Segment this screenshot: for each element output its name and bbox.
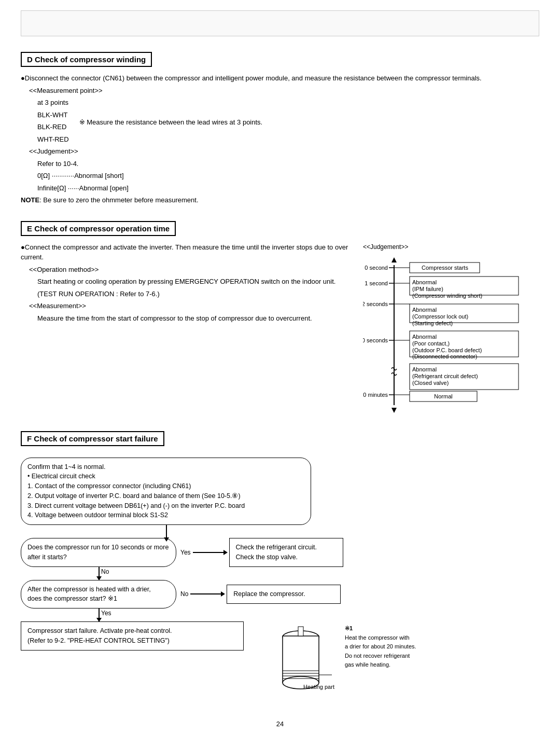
note1: ※1 Heat the compressor with a drier for … — [345, 621, 416, 670]
svg-text:10 seconds: 10 seconds — [363, 337, 388, 343]
section-f-title: F Check of compressor start failure — [21, 431, 164, 446]
svg-text:(Closed valve): (Closed valve) — [412, 380, 449, 386]
svg-text:10 minutes: 10 minutes — [363, 392, 388, 398]
top-bar — [21, 10, 539, 36]
svg-text:(IPM failure): (IPM failure) — [412, 286, 443, 292]
compressor-note-area: Heating part ※1 Heat the compressor with… — [275, 621, 416, 699]
svg-text:Compressor starts: Compressor starts — [422, 265, 468, 271]
section-d-ohm0: 0[Ω] ············Abnormal [short] — [37, 171, 539, 181]
svg-text:(Starting defect): (Starting defect) — [412, 320, 453, 326]
section-e-op-line2: (TEST RUN OPERATION : Refer to 7-6.) — [37, 289, 353, 299]
operation-time-diagram: 0 second Compressor starts 1 second Abno… — [363, 255, 529, 416]
svg-text:(Poor contact,): (Poor contact,) — [412, 340, 450, 347]
section-e-judgement: <<Judgement>> — [363, 242, 539, 252]
svg-text:(Compressor lock out): (Compressor lock out) — [412, 313, 468, 320]
svg-text:Abnormal: Abnormal — [412, 366, 437, 372]
section-e-left: ●Connect the compressor and activate the… — [21, 242, 353, 416]
section-d-bullet1: ●Disconnect the connector (CN61) between… — [21, 73, 539, 84]
flow-box-confirm: Confirm that 1~4 is normal. • Electrical… — [21, 458, 311, 525]
flow-replace-compressor: Replace the compressor. — [227, 585, 341, 604]
section-e-op-method: <<Operation method>> — [29, 265, 353, 275]
section-e-meas-line1: Measure the time from the start of compr… — [37, 313, 353, 324]
section-d-note-measure: ※ Measure the resistance between the lea… — [79, 110, 263, 128]
flow-check-refrigerant: Check the refrigerant circuit.Check the … — [229, 538, 343, 567]
section-e-bullet1: ●Connect the compressor and activate the… — [21, 242, 353, 262]
section-e-op-line1: Start heating or cooling operation by pr… — [37, 276, 353, 287]
svg-text:Abnormal: Abnormal — [412, 334, 437, 340]
svg-marker-1 — [391, 257, 397, 262]
svg-text:0 second: 0 second — [365, 265, 388, 271]
section-e-title: E Check of compressor operation time — [21, 221, 176, 236]
svg-text:(Refrigerant circuit defect): (Refrigerant circuit defect) — [412, 373, 478, 379]
svg-text:1 second: 1 second — [365, 280, 388, 286]
section-d-judgement-header: <<Judgement>> — [29, 146, 539, 157]
section-d-whtr: WHT-RED — [37, 134, 69, 145]
section-d: D Check of compressor winding ●Disconnec… — [21, 52, 539, 205]
section-e-meas: <<Measurement>> — [29, 301, 353, 311]
svg-text:Abnormal: Abnormal — [412, 279, 437, 285]
flow-final-box: Compressor start failure. Activate pre-h… — [21, 621, 244, 651]
svg-marker-2 — [391, 408, 397, 413]
section-d-at3: at 3 points — [37, 98, 539, 108]
section-e-right: <<Judgement>> 0 second Compressor starts… — [363, 242, 539, 416]
section-d-note: NOTE: Be sure to zero the ohmmeter befor… — [21, 195, 539, 205]
section-d-meas-header: <<Measurement point>> — [29, 86, 539, 96]
section-d-refer: Refer to 10-4. — [37, 159, 539, 169]
q1-no-label: No — [101, 568, 109, 575]
q1-yes-label: Yes — [180, 549, 191, 556]
q2-no-label: No — [180, 590, 188, 598]
compressor-illustration: Heating part — [275, 621, 337, 699]
section-e: E Check of compressor operation time ●Co… — [21, 221, 539, 416]
svg-text:Abnormal: Abnormal — [412, 307, 437, 313]
section-d-title: D Check of compressor winding — [21, 52, 152, 67]
section-d-blkwht: BLK-WHT — [37, 110, 69, 120]
svg-text:(Disconnected connector): (Disconnected connector) — [412, 353, 477, 359]
flow-q2: After the compressor is heated with a dr… — [21, 580, 176, 609]
page-number: 24 — [21, 720, 539, 728]
svg-text:2 seconds: 2 seconds — [363, 301, 388, 307]
section-f: F Check of compressor start failure Conf… — [21, 431, 539, 705]
svg-text:Normal: Normal — [434, 393, 452, 399]
svg-text:(Compressor winding short): (Compressor winding short) — [412, 293, 482, 299]
svg-rect-47 — [298, 627, 303, 636]
q2-yes-label: Yes — [101, 610, 111, 617]
section-d-blkred: BLK-RED — [37, 122, 69, 132]
flowchart: Confirm that 1~4 is normal. • Electrical… — [21, 452, 539, 705]
section-d-ohminf: Infinite[Ω] ······Abnormal [open] — [37, 183, 539, 193]
svg-text:(Outdoor P.C. board defect): (Outdoor P.C. board defect) — [412, 347, 482, 353]
svg-text:Heating part: Heating part — [303, 684, 334, 690]
flow-q1: Does the compressor run for 10 seconds o… — [21, 538, 176, 567]
